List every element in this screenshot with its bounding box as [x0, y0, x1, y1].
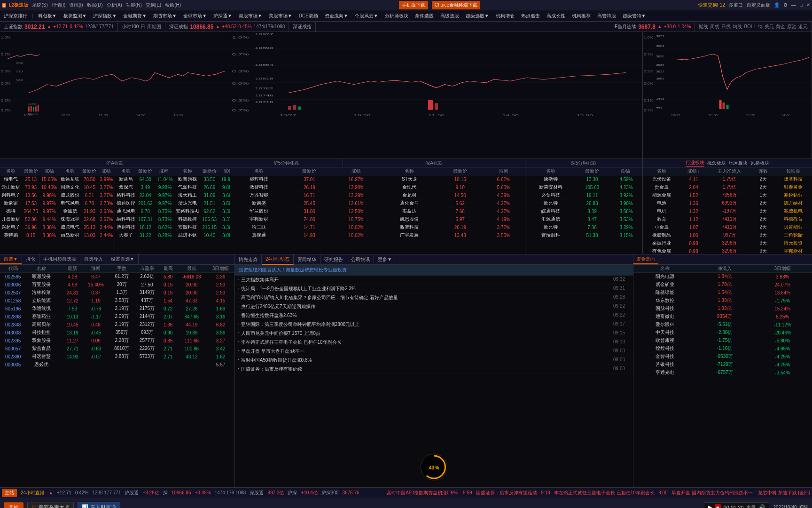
table-row[interactable]: 欧比特 26.83 -3.90%	[525, 199, 642, 207]
list-item[interactable]: · 李在镕正式就任三星电子会长 已担任10年副会长 09:13	[235, 338, 633, 347]
table-row[interactable]: 002898 赛隆药业 10.13 -1.17 2.09万 2144万 2.07…	[0, 313, 234, 321]
list-item[interactable]: · 高毛利"OK镜"纳入川北省集采？多家公司回应：细节有待确定 看好产品放量 0…	[235, 294, 633, 302]
list-item[interactable]: 电池 1.36 6993万 2天 德方纳材	[643, 199, 812, 207]
table-row[interactable]: 真视通 14.93 10.02% 广宇发展 13.43 3.55%	[230, 231, 525, 239]
menu-data[interactable]: 数据(D)	[87, 2, 103, 8]
tab-concept[interactable]: 概念板块	[707, 160, 726, 167]
tb-dce[interactable]: DCE双频	[297, 13, 320, 19]
table-row[interactable]: 皖通科技 8.39 -3.56%	[525, 207, 642, 215]
tb-hk-market[interactable]: 港股市场▼	[237, 13, 264, 19]
table-row[interactable]: 融科科技 107.31 -8.73% 科德数控 106.53 -3.37%	[115, 215, 230, 223]
table-row[interactable]: 新豪家 17.53 9.97% 电气风电 6.78 2.73%	[0, 199, 115, 207]
list-item[interactable]: 欧普康视 -1.75亿 -5.80%	[633, 337, 812, 345]
list-item[interactable]: 隆基绿能 1.54亿 13.64%	[633, 289, 812, 297]
tab-holdings[interactable]: 持仓	[22, 254, 39, 264]
tab-market-trend[interactable]: 情先走势	[235, 255, 262, 264]
play-btn[interactable]: ▶	[708, 504, 712, 508]
tab-import[interactable]: 自选导入	[80, 254, 107, 264]
menu-info[interactable]: 资讯(I)	[69, 2, 83, 8]
list-item[interactable]: 有色金属 0.98 3296万 3天 宇邦新材	[643, 247, 812, 254]
table-row[interactable]: 003006 百亚股份 4.98 15.40% 20万 27.50 0.15 2…	[0, 281, 234, 289]
table-row[interactable]: 001258 立航能源 12.72 1.19 3.58万 437万 1.54 4…	[0, 297, 234, 305]
menu-analysis[interactable]: 分析(A)	[107, 2, 122, 8]
table-row[interactable]: 通飞风电 6.78 -8.75% 安路科技-U 62.62 -3.39%	[115, 207, 230, 215]
menu-trade[interactable]: 交易(E)	[146, 2, 161, 8]
start-btn[interactable]: 开始	[4, 502, 23, 508]
list-item[interactable]: 贵金属 2.04 1.79亿 2天 银泰黄金	[643, 183, 812, 191]
table-row[interactable]: 双深汽 3.49 -9.98% 气派科技 26.69 -9.88%	[115, 183, 230, 191]
list-item[interactable]: 中天科技 -2.30亿 -20.46%	[633, 329, 812, 337]
tb-super-select[interactable]: 超级选股▼	[464, 13, 491, 19]
list-item[interactable]: 国脉科技 1.32亿 15.24%	[633, 305, 812, 313]
table-row[interactable]: 普瑞眼科 51.38 -3.15%	[525, 231, 642, 239]
list-item[interactable]: 通富微电 9354万 8.25%	[633, 313, 812, 321]
table-row[interactable]: 002380 科远智慧 14.93 -0.07 3.83万 5733万 2.71…	[0, 353, 234, 361]
tb-finance-futures[interactable]: 金融期货▼	[121, 13, 148, 19]
news-banner[interactable]: 投资拒绝闭眼盲从人！海量数据帮您轻松专业做投资	[235, 265, 633, 276]
choice-download-btn[interactable]: Choice金融终端下载	[432, 1, 480, 9]
tb-fund-flow[interactable]: 资金流向▼	[323, 13, 350, 19]
tb-hot-pursuit[interactable]: 热点追击	[519, 13, 542, 19]
list-item[interactable]: 阳光电源 1.84亿 3.63%	[633, 273, 812, 281]
table-row[interactable]: 格科科技 22.04 -9.97% 海天精工 31.09 -3.66%	[115, 191, 230, 199]
table-row[interactable]: 瑞电气 25.13 15.65% 致远互联 78.50 3.99%	[0, 175, 115, 183]
tb-exec-stock[interactable]: 高管特股	[595, 13, 618, 19]
table-row[interactable]: 002395 双象股份 11.27 0.09 2.28万 2577万 0.85 …	[0, 337, 234, 345]
restore-btn[interactable]: □	[800, 2, 803, 8]
list-item[interactable]: · 三大指数集体高开 09:32	[235, 276, 633, 285]
minimize-btn[interactable]: —	[791, 2, 796, 8]
tb-hksh[interactable]: 沪深通▼	[211, 13, 234, 19]
list-item[interactable]: 亨通光电 -6757万 -3.54%	[633, 369, 812, 377]
table-row[interactable]: 康斯特 13.30 -4.59%	[525, 175, 642, 183]
list-item[interactable]: 金智科技 -9530万 -4.25%	[633, 353, 812, 361]
table-row[interactable]: 激智科技 26.19 13.98% 金现代 9.10 5.60%	[230, 183, 525, 191]
menu-market[interactable]: 行情(I)	[52, 2, 65, 8]
tb-condition-select[interactable]: 条件选股	[413, 13, 436, 19]
list-item[interactable]: 采掘行业 0.98 3296万 3天 博元投资	[643, 239, 812, 247]
list-item[interactable]: · 香港恒生指数开盘涨2.63% 09:22	[235, 311, 633, 320]
table-row[interactable]: 必创科技 19.11 -3.92%	[525, 191, 642, 199]
list-item[interactable]: 光伏设备 4.11 1.79亿 2天 隆基科技	[643, 175, 812, 183]
volume-icon[interactable]: 🔊	[758, 504, 765, 508]
list-item[interactable]: 苦银科技 -7129万 -4.75%	[633, 361, 812, 369]
table-row[interactable]: 德特 264.75 9.97% 金诚信 21.93 2.68%	[0, 207, 115, 215]
table-row[interactable]: 华兰股份 31.80 12.58% 实益达 7.68 4.27%	[230, 207, 525, 215]
custom-layout-btn[interactable]: 自定义面板	[747, 2, 770, 8]
table-row[interactable]: 兴起电子 36.96 8.38% 威腾电气 25.13 2.44%	[0, 223, 115, 231]
table-row[interactable]: 能辉科技 37.01 16.97% ST天龙 10.15 6.62%	[230, 175, 525, 183]
list-item[interactable]: · 央行进行2400亿元7天期逆回购操作 09:22	[235, 302, 633, 311]
list-item[interactable]: · 富时中国A50指数期货开盘涨0.6% 09:00	[235, 356, 633, 365]
period-tabs[interactable]: 期线 周线 日线 均线 BOLL 纳 美元 黄金 原油 港元	[695, 22, 812, 32]
table-row[interactable]: 汇源通信 8.47 -3.53%	[525, 215, 642, 223]
list-item[interactable]: 爱尔眼科 -5.51亿 -11.12%	[633, 321, 812, 329]
sz-chart-tab[interactable]: 深证成指	[289, 22, 316, 32]
menu-system[interactable]: 系统(S)	[32, 2, 47, 8]
table-row[interactable]: 云山新材 73.93 10.45% 国新文化 10.45 3.27%	[0, 183, 115, 191]
tb-kechuang[interactable]: 科创板▼	[36, 13, 59, 19]
tab-mobile-sync[interactable]: 手机同步自选股	[39, 254, 80, 264]
tb-sh-index[interactable]: 沪深指数▼	[91, 13, 118, 19]
antivirus-btn[interactable]: 🛡 毒霸杀毒大师	[27, 502, 74, 508]
menu-help[interactable]: 帮助(H)	[165, 2, 181, 8]
tab-region[interactable]: 地区板块	[729, 160, 748, 167]
list-item[interactable]: · 人民币兑美元中间价报7.1570 上调0点 09:15	[235, 329, 633, 338]
table-row[interactable]: 043008 科技担担 13.19 -0.45 359万 693万 0.90 1…	[0, 329, 234, 337]
tb-super-pipe[interactable]: 超级管特▼	[621, 13, 648, 19]
table-row[interactable]: 大睿子 31.22 -8.28% 武进不锈 10.40 -3.08%	[115, 231, 230, 239]
right-index-item[interactable]: IF当月连续 3687.8 ▲ +38.0 1.04%	[609, 22, 695, 32]
multi-window-btn[interactable]: 多窗口	[729, 2, 743, 8]
tb-advanced-select[interactable]: 高级选股	[438, 13, 461, 19]
close-btn[interactable]: ✕	[806, 2, 810, 8]
table-row[interactable]: 欧比特 7.36 -3.29%	[525, 223, 642, 231]
table-row[interactable]: 英特鹏 8.15 8.38% 丽岛新材 13.03 2.44%	[0, 231, 115, 239]
table-row[interactable]: 德迪医疗 201.62 -9.97% 清达光电 21.51 -3.59%	[115, 199, 230, 207]
tb-high-growth[interactable]: 高成长性	[545, 13, 567, 19]
tb-global-market[interactable]: 全球市场▼	[181, 13, 209, 19]
table-row[interactable]: 002507 洛林榨菜 24.31 0.37 1.3万 3149万 0.15 2…	[0, 289, 234, 297]
tb-us-market[interactable]: 美股市场▼	[267, 13, 294, 19]
sz-index-item[interactable]: 深证成指 10866.85 ▲ +48.52 0.45% 1474/179/10…	[165, 22, 289, 32]
tb-inst-recommend[interactable]: 机构推荐	[570, 13, 593, 19]
chart-tab-60min[interactable]: 小时100 日 周期图	[118, 22, 166, 32]
tb-stock-cloud[interactable]: 个股风云▼	[353, 13, 380, 19]
table-row[interactable]: 603057 紫燕食品 27.71 -0.63 8010万 2226万 2.71…	[0, 345, 234, 353]
